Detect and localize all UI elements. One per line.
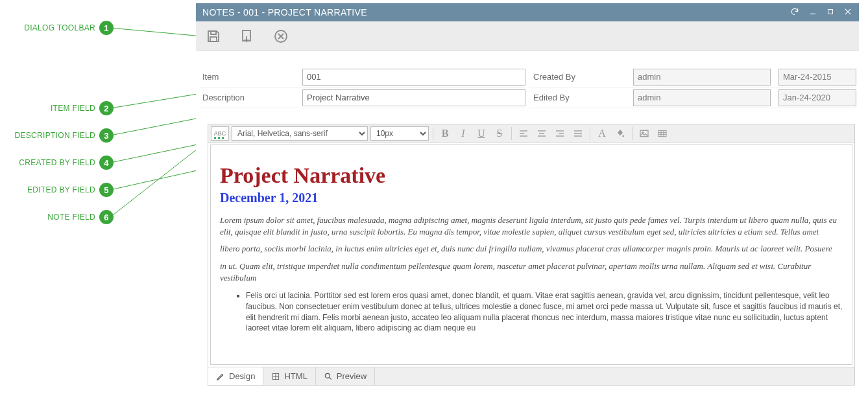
annotation-1: DIALOG TOOLBAR1: [24, 21, 114, 35]
doc-list-item: Felis orci ut lacinia. Porttitor sed est…: [246, 290, 843, 334]
align-center-button[interactable]: [534, 126, 549, 141]
doc-list: Felis orci ut lacinia. Porttitor sed est…: [246, 290, 843, 334]
titlebar: NOTES - 001 - PROJECT NARRATIVE: [196, 3, 859, 21]
svg-line-0: [110, 28, 202, 36]
font-color-button[interactable]: A: [594, 126, 610, 141]
annotation-4: CREATED BY FIELD4: [19, 156, 114, 170]
tab-html[interactable]: HTML: [263, 367, 315, 385]
editor-body[interactable]: Project Narrative December 1, 2021 Lorem…: [210, 145, 852, 365]
tab-design-label: Design: [229, 371, 255, 381]
window-title: NOTES - 001 - PROJECT NARRATIVE: [202, 7, 790, 17]
annotation-6: NOTE FIELD6: [47, 210, 114, 224]
created-by-label: Created By: [529, 72, 633, 82]
align-right-button[interactable]: [552, 126, 568, 141]
insert-table-button[interactable]: [655, 126, 670, 141]
svg-rect-10: [210, 37, 217, 41]
spellcheck-button[interactable]: ABC: [211, 126, 229, 141]
grid-icon: [271, 372, 280, 381]
svg-line-39: [330, 377, 332, 379]
doc-paragraph: in ut. Quam elit, tristique imperdiet nu…: [220, 260, 843, 284]
font-family-select[interactable]: Arial, Helvetica, sans-serif: [232, 126, 368, 141]
search-icon: [324, 372, 333, 381]
svg-rect-30: [658, 130, 666, 136]
italic-button[interactable]: I: [455, 126, 471, 141]
annotation-label: DIALOG TOOLBAR: [24, 23, 95, 32]
annotation-badge: 6: [99, 210, 114, 224]
annotation-badge: 4: [99, 156, 114, 170]
window-controls: [790, 7, 852, 18]
annotation-label: DESCRIPTION FIELD: [15, 131, 95, 140]
editor-toolbar: ABC Arial, Helvetica, sans-serif 10px B …: [208, 124, 854, 143]
annotation-label: ITEM FIELD: [51, 104, 95, 113]
annotation-badge: 3: [99, 128, 114, 143]
doc-date: December 1, 2021: [220, 191, 843, 205]
bold-button[interactable]: B: [437, 126, 453, 141]
strikethrough-button[interactable]: S: [492, 126, 507, 141]
description-row: Description Project Narrative: [199, 87, 525, 108]
font-size-select[interactable]: 10px: [370, 126, 429, 141]
tab-preview-label: Preview: [337, 371, 367, 381]
dialog-toolbar: [196, 21, 859, 51]
save-button[interactable]: [204, 27, 223, 46]
form-area: Item 001 Description Project Narrative C…: [196, 67, 859, 108]
note-field: ABC Arial, Helvetica, sans-serif 10px B …: [208, 124, 855, 386]
edited-by-date: Jan-24-2020: [778, 89, 856, 106]
created-by-row: Created By admin Mar-24-2015: [529, 67, 856, 87]
annotation-badge: 1: [99, 21, 114, 35]
insert-image-button[interactable]: [636, 126, 652, 141]
notes-dialog: NOTES - 001 - PROJECT NARRATIVE: [196, 3, 859, 389]
doc-paragraph: Lorem ipsum dolor sit amet, faucibus mal…: [220, 214, 843, 238]
created-by-field: admin: [633, 69, 771, 86]
align-left-button[interactable]: [516, 126, 531, 141]
close-icon[interactable]: [843, 7, 852, 18]
refresh-icon[interactable]: [790, 7, 799, 18]
doc-paragraph: libero porta, sociis morbi lacinia, in l…: [220, 243, 843, 255]
pencil-icon: [216, 372, 225, 381]
item-field[interactable]: 001: [302, 69, 525, 86]
annotation-label: EDITED BY FIELD: [27, 185, 95, 194]
annotation-3: DESCRIPTION FIELD3: [15, 128, 114, 143]
annotation-badge: 5: [99, 183, 114, 197]
form-left-column: Item 001 Description Project Narrative: [199, 67, 525, 108]
tab-design[interactable]: Design: [208, 367, 263, 385]
editor-mode-tabs: Design HTML Preview: [208, 367, 854, 385]
annotation-2: ITEM FIELD2: [51, 101, 114, 115]
annotation-5: EDITED BY FIELD5: [27, 183, 114, 197]
annotation-badge: 2: [99, 101, 114, 115]
form-right-column: Created By admin Mar-24-2015 Edited By a…: [529, 67, 856, 108]
maximize-icon[interactable]: [826, 7, 834, 17]
save-and-close-button[interactable]: [237, 27, 257, 46]
annotation-label: NOTE FIELD: [47, 213, 95, 222]
fill-color-button[interactable]: [612, 126, 628, 141]
edited-by-label: Edited By: [529, 93, 633, 102]
description-label: Description: [199, 93, 302, 102]
created-by-date: Mar-24-2015: [778, 69, 856, 86]
cancel-button[interactable]: [271, 27, 291, 46]
annotations-column: DIALOG TOOLBAR1ITEM FIELD2DESCRIPTION FI…: [0, 0, 114, 405]
minimize-icon[interactable]: [808, 7, 817, 18]
doc-title: Project Narrative: [220, 163, 843, 188]
align-justify-button[interactable]: [570, 126, 586, 141]
item-label: Item: [199, 72, 302, 82]
description-field[interactable]: Project Narrative: [302, 89, 525, 106]
edited-by-field: admin: [633, 89, 771, 106]
annotation-label: CREATED BY FIELD: [19, 158, 95, 167]
tab-html-label: HTML: [284, 371, 307, 381]
edited-by-row: Edited By admin Jan-24-2020: [529, 87, 856, 108]
svg-point-38: [325, 373, 330, 378]
svg-point-27: [622, 135, 624, 137]
svg-rect-7: [828, 10, 833, 14]
underline-button[interactable]: U: [474, 126, 489, 141]
item-row: Item 001: [199, 67, 525, 87]
tab-preview[interactable]: Preview: [316, 367, 375, 385]
